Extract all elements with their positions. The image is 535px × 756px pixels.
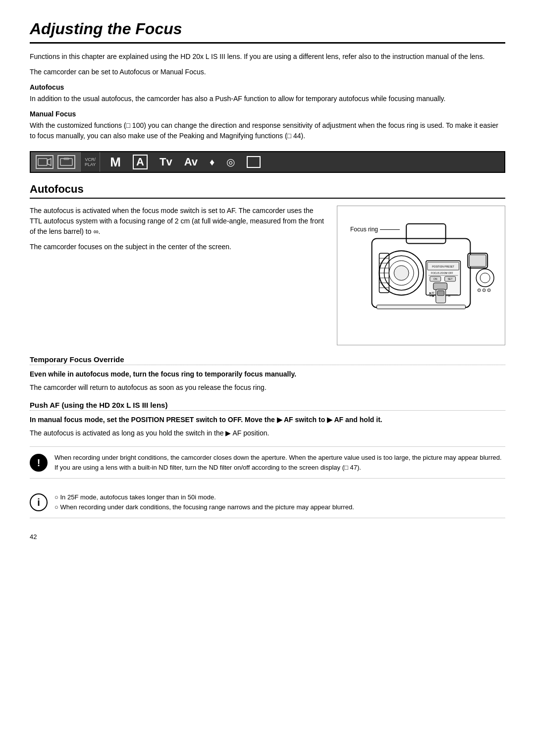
- push-af-instruction: In manual focus mode, set the POSITION P…: [30, 415, 505, 425]
- warning-text: When recording under bright conditions, …: [54, 453, 505, 472]
- svg-rect-17: [406, 224, 446, 244]
- svg-point-40: [482, 289, 485, 292]
- mode-play: ◎: [226, 156, 235, 168]
- svg-text:▶AF: ▶AF: [429, 292, 434, 294]
- page-number: 42: [30, 533, 505, 540]
- focus-ring-label: Focus ring: [350, 226, 400, 233]
- svg-text:OFF: OFF: [448, 272, 453, 274]
- svg-point-8: [394, 266, 409, 280]
- svg-text:POSITION PRESET: POSITION PRESET: [432, 266, 454, 268]
- mode-bar: VCR/ PLAY M A Tv Av ♦ ◎: [30, 151, 505, 173]
- svg-point-41: [487, 289, 490, 292]
- manual-focus-text: With the customized functions (□ 100) yo…: [30, 120, 505, 141]
- page-title: Adjusting the Focus: [30, 20, 505, 44]
- svg-text:FOCUS ZOOM: FOCUS ZOOM: [431, 272, 448, 274]
- svg-marker-1: [48, 159, 51, 165]
- dotted-divider-2: [30, 410, 505, 411]
- vcr-play-label: VCR/ PLAY: [80, 152, 100, 172]
- svg-rect-36: [437, 291, 444, 296]
- manual-focus-heading: Manual Focus: [30, 109, 505, 119]
- autofocus-intro-text: In addition to the usual autofocus, the …: [30, 94, 505, 104]
- warning-box: ! When recording under bright conditions…: [30, 446, 505, 479]
- photo-mode-icon: [57, 155, 75, 169]
- info-note-1: In 25F mode, autofocus takes longer than…: [54, 492, 505, 502]
- temp-focus-note: The camcorder will return to autofocus a…: [30, 382, 505, 393]
- mode-M: M: [110, 155, 121, 170]
- mode-box: [247, 156, 261, 168]
- mode-scene: ♦: [210, 157, 214, 168]
- camera-diagram: Focus ring: [342, 211, 500, 340]
- svg-text:—M: —M: [446, 295, 450, 297]
- svg-point-38: [480, 273, 490, 283]
- mode-A: A: [133, 155, 148, 169]
- info-icon: i: [30, 493, 48, 511]
- mode-bar-left: [31, 152, 80, 172]
- intro-para1: Functions in this chapter are explained …: [30, 52, 505, 62]
- temp-focus-title: Temporary Focus Override: [30, 355, 505, 364]
- autofocus-text-col: The autofocus is activated when the focu…: [30, 206, 327, 345]
- warning-icon: !: [30, 454, 48, 472]
- mode-bar-modes: M A Tv Av ♦ ◎: [100, 155, 504, 170]
- svg-text:ON: ON: [433, 278, 437, 280]
- video-mode-icon: [36, 155, 54, 169]
- info-note-2: When recording under dark conditions, th…: [54, 502, 505, 512]
- svg-text:AF▶: AF▶: [429, 295, 434, 297]
- autofocus-desc1: The autofocus is activated when the focu…: [30, 206, 327, 237]
- svg-rect-0: [38, 159, 47, 165]
- autofocus-content: The autofocus is activated when the focu…: [30, 206, 505, 345]
- svg-rect-42: [377, 305, 466, 309]
- svg-rect-19: [469, 255, 486, 267]
- camera-diagram-box: Focus ring: [337, 206, 505, 345]
- svg-text:SET: SET: [448, 278, 453, 280]
- temp-focus-instruction: Even while in autofocus mode, turn the f…: [30, 369, 505, 379]
- svg-point-37: [476, 269, 494, 287]
- intro-para2: The camcorder can be set to Autofocus or…: [30, 67, 505, 77]
- mode-Tv: Tv: [160, 156, 172, 168]
- push-af-note: The autofocus is activated as long as yo…: [30, 428, 505, 438]
- autofocus-heading: Autofocus: [30, 82, 505, 93]
- mode-Av: Av: [184, 156, 198, 168]
- autofocus-desc2: The camcorder focuses on the subject in …: [30, 242, 327, 252]
- info-text: In 25F mode, autofocus takes longer than…: [54, 492, 505, 512]
- autofocus-section-title: Autofocus: [30, 183, 505, 199]
- dotted-divider-1: [30, 365, 505, 365]
- push-af-title: Push AF (using the HD 20x L IS III lens): [30, 401, 505, 409]
- info-box: i In 25F mode, autofocus takes longer th…: [30, 486, 505, 518]
- svg-rect-30: [433, 283, 447, 290]
- svg-point-39: [478, 289, 481, 292]
